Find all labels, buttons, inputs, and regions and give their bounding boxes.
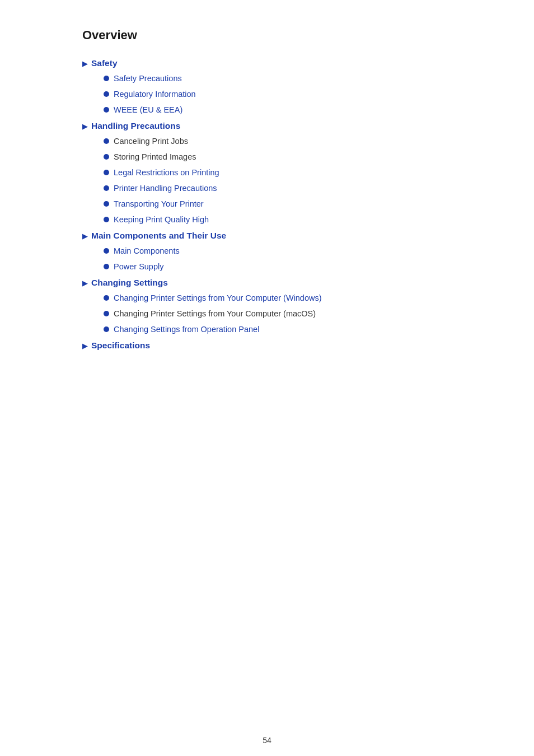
sections-container: ▶SafetySafety PrecautionsRegulatory Info…: [82, 58, 452, 351]
list-item: Keeping Print Quality High: [104, 215, 452, 224]
sub-link-handling-precautions-1[interactable]: Storing Printed Images: [114, 152, 196, 161]
arrow-icon: ▶: [82, 232, 88, 240]
page-content: Overview ▶SafetySafety PrecautionsRegula…: [71, 0, 463, 725]
sub-link-safety-1[interactable]: Regulatory Information: [114, 90, 196, 99]
bullet-icon: [104, 138, 109, 144]
list-item: Regulatory Information: [104, 90, 452, 99]
list-item: Canceling Print Jobs: [104, 137, 452, 146]
section-specifications: ▶Specifications: [82, 340, 452, 351]
section-header-specifications: ▶Specifications: [82, 340, 452, 351]
section-changing-settings: ▶Changing SettingsChanging Printer Setti…: [82, 278, 452, 334]
bullet-icon: [104, 91, 109, 97]
section-header-changing-settings: ▶Changing Settings: [82, 278, 452, 288]
sub-link-handling-precautions-0[interactable]: Canceling Print Jobs: [114, 137, 188, 146]
sub-link-changing-settings-0[interactable]: Changing Printer Settings from Your Comp…: [114, 293, 322, 302]
list-item: Legal Restrictions on Printing: [104, 168, 452, 177]
sub-link-main-components-1[interactable]: Power Supply: [114, 262, 163, 271]
sub-link-handling-precautions-3[interactable]: Printer Handling Precautions: [114, 184, 217, 193]
arrow-icon: ▶: [82, 122, 88, 130]
list-item: Storing Printed Images: [104, 152, 452, 161]
section-title-main-components[interactable]: Main Components and Their Use: [91, 231, 226, 241]
sub-link-handling-precautions-2[interactable]: Legal Restrictions on Printing: [114, 168, 219, 177]
sub-link-handling-precautions-4[interactable]: Transporting Your Printer: [114, 199, 204, 208]
sub-items-safety: Safety PrecautionsRegulatory Information…: [104, 74, 452, 114]
page-title: Overview: [82, 28, 452, 43]
page-footer: 54: [263, 725, 271, 756]
page-number: 54: [263, 736, 271, 745]
list-item: WEEE (EU & EEA): [104, 105, 452, 114]
sub-link-main-components-0[interactable]: Main Components: [114, 246, 180, 255]
sub-items-changing-settings: Changing Printer Settings from Your Comp…: [104, 293, 452, 334]
section-header-safety: ▶Safety: [82, 58, 452, 68]
section-header-handling-precautions: ▶Handling Precautions: [82, 121, 452, 131]
bullet-icon: [104, 185, 109, 191]
sub-link-handling-precautions-5[interactable]: Keeping Print Quality High: [114, 215, 209, 224]
bullet-icon: [104, 264, 109, 269]
sub-items-handling-precautions: Canceling Print JobsStoring Printed Imag…: [104, 137, 452, 224]
bullet-icon: [104, 326, 109, 332]
section-handling-precautions: ▶Handling PrecautionsCanceling Print Job…: [82, 121, 452, 224]
section-title-safety[interactable]: Safety: [91, 58, 118, 68]
list-item: Power Supply: [104, 262, 452, 271]
list-item: Changing Printer Settings from Your Comp…: [104, 293, 452, 302]
section-title-specifications[interactable]: Specifications: [91, 340, 150, 351]
bullet-icon: [104, 248, 109, 254]
list-item: Printer Handling Precautions: [104, 184, 452, 193]
section-safety: ▶SafetySafety PrecautionsRegulatory Info…: [82, 58, 452, 114]
sub-link-changing-settings-2[interactable]: Changing Settings from Operation Panel: [114, 325, 259, 334]
list-item: Transporting Your Printer: [104, 199, 452, 208]
arrow-icon: ▶: [82, 59, 88, 68]
sub-link-safety-2[interactable]: WEEE (EU & EEA): [114, 105, 182, 114]
bullet-icon: [104, 76, 109, 81]
section-title-changing-settings[interactable]: Changing Settings: [91, 278, 168, 288]
bullet-icon: [104, 311, 109, 316]
section-main-components: ▶Main Components and Their UseMain Compo…: [82, 231, 452, 271]
sub-items-main-components: Main ComponentsPower Supply: [104, 246, 452, 271]
list-item: Main Components: [104, 246, 452, 255]
list-item: Changing Printer Settings from Your Comp…: [104, 309, 452, 318]
bullet-icon: [104, 107, 109, 113]
section-header-main-components: ▶Main Components and Their Use: [82, 231, 452, 241]
sub-link-changing-settings-1[interactable]: Changing Printer Settings from Your Comp…: [114, 309, 316, 318]
list-item: Safety Precautions: [104, 74, 452, 83]
arrow-icon: ▶: [82, 342, 88, 350]
bullet-icon: [104, 201, 109, 207]
sub-link-safety-0[interactable]: Safety Precautions: [114, 74, 182, 83]
bullet-icon: [104, 295, 109, 301]
bullet-icon: [104, 217, 109, 222]
section-title-handling-precautions[interactable]: Handling Precautions: [91, 121, 180, 131]
bullet-icon: [104, 170, 109, 175]
list-item: Changing Settings from Operation Panel: [104, 325, 452, 334]
bullet-icon: [104, 154, 109, 160]
arrow-icon: ▶: [82, 279, 88, 287]
